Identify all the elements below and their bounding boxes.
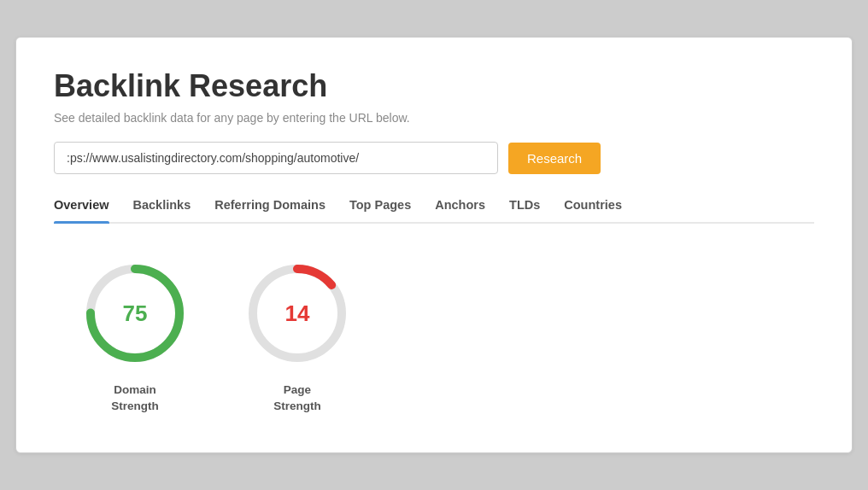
metric-item: 14 PageStrength: [242, 258, 353, 415]
metrics-row: 75 DomainStrength 14 PageStrength: [54, 258, 814, 415]
main-window: Backlink Research See detailed backlink …: [15, 37, 853, 453]
metric-title: PageStrength: [273, 382, 321, 415]
donut-chart: 14: [242, 258, 353, 369]
tab-top-pages[interactable]: Top Pages: [349, 198, 411, 222]
tab-backlinks[interactable]: Backlinks: [133, 198, 191, 222]
tab-referring-domains[interactable]: Referring Domains: [214, 198, 326, 222]
tab-countries[interactable]: Countries: [564, 198, 622, 222]
page-title: Backlink Research: [54, 68, 814, 104]
metric-value: 75: [123, 300, 148, 327]
url-input[interactable]: [54, 142, 498, 174]
search-row: Research: [54, 142, 814, 174]
donut-chart: 75: [79, 258, 191, 369]
page-subtitle: See detailed backlink data for any page …: [54, 111, 814, 125]
research-button[interactable]: Research: [508, 143, 601, 174]
tabs-bar: OverviewBacklinksReferring DomainsTop Pa…: [54, 198, 814, 224]
tab-anchors[interactable]: Anchors: [435, 198, 485, 222]
tab-tlds[interactable]: TLDs: [509, 198, 540, 222]
metric-value: 14: [285, 300, 310, 327]
metric-title: DomainStrength: [111, 382, 159, 415]
metric-item: 75 DomainStrength: [79, 258, 191, 415]
tab-overview[interactable]: Overview: [54, 198, 109, 222]
